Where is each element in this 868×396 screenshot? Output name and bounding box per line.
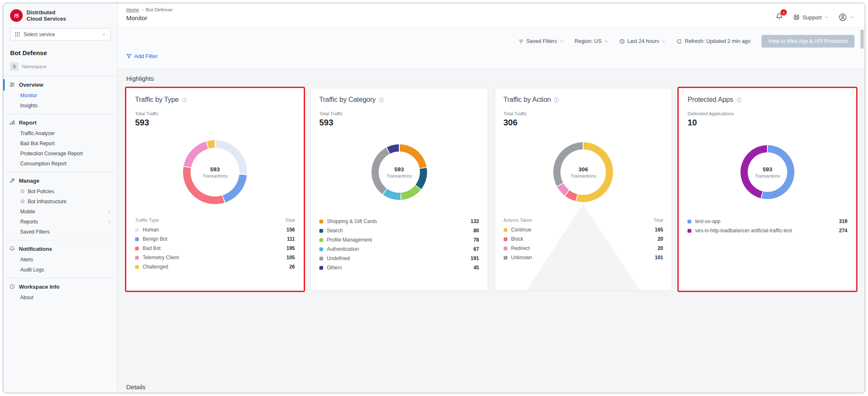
section-label: Notifications <box>19 246 52 252</box>
time-range-dropdown[interactable]: Last 24 hours <box>619 38 666 44</box>
legend-label: Challenged <box>143 264 285 270</box>
legend-item[interactable]: Bad Bot195 <box>135 244 295 253</box>
info-icon[interactable] <box>182 97 187 103</box>
legend-item[interactable]: Others45 <box>319 263 479 272</box>
sidebar-section-overview[interactable]: Overview <box>3 79 117 90</box>
legend-item[interactable]: Redirect20 <box>504 244 664 253</box>
sidebar-item-bot-policies[interactable]: Bot Policies <box>3 186 117 197</box>
legend-swatch <box>319 257 323 260</box>
donut-chart[interactable]: 306 Transactions <box>553 142 613 202</box>
sidebar-section-manage[interactable]: Manage <box>3 175 117 186</box>
legend-value: 67 <box>473 246 479 252</box>
legend-label: Human <box>143 227 282 233</box>
breadcrumb-current: Bot Defense <box>146 7 173 12</box>
legend-value: 101 <box>655 255 663 260</box>
brand-logo[interactable]: f5 Distributed Cloud Services <box>3 3 117 27</box>
view-in-waap-button[interactable]: View In Web App & API Protection <box>762 35 855 48</box>
scrollbar[interactable] <box>860 29 864 390</box>
brand-line1: Distributed <box>27 9 66 16</box>
donut-center: 593 Transactions <box>748 152 787 192</box>
card-traffic-by-action: Traffic by Action Total Traffic 306 306 <box>495 88 672 291</box>
info-icon[interactable] <box>736 97 742 103</box>
time-range-label: Last 24 hours <box>627 38 659 44</box>
refresh-label: Refresh: Updated 2 min ago <box>685 38 750 44</box>
sidebar-section-notifications[interactable]: Notifications <box>3 243 117 255</box>
legend-item[interactable]: Unknown101 <box>504 253 664 262</box>
legend-item[interactable]: Challenged26 <box>135 262 295 271</box>
sidebar-section-report[interactable]: Report <box>3 117 117 128</box>
legend-item[interactable]: Authentication67 <box>319 245 479 254</box>
app-window: f5 Distributed Cloud Services Select ser… <box>3 3 865 393</box>
legend-item[interactable]: test-us-app319 <box>687 217 847 226</box>
sidebar-item-mobile[interactable]: Mobile <box>3 207 117 217</box>
bell-icon <box>9 246 15 252</box>
legend-item[interactable]: Profile Management78 <box>319 235 479 245</box>
saved-filters-dropdown[interactable]: Saved Filters <box>518 38 564 44</box>
sidebar-item-audit-logs[interactable]: Audit Logs <box>3 265 117 275</box>
sidebar-item-about[interactable]: About <box>3 292 117 303</box>
legend-item[interactable]: Search80 <box>319 226 479 235</box>
legend-swatch <box>135 237 139 241</box>
refresh-button[interactable]: Refresh: Updated 2 min ago <box>677 38 750 44</box>
main-area: Home › Bot Defense Monitor 1 <box>118 3 865 393</box>
legend-item[interactable]: Human156 <box>135 225 295 234</box>
toolbar: Saved Filters Region: US Last 24 hours <box>118 28 865 69</box>
legend-item[interactable]: Block20 <box>504 234 664 244</box>
highlights-cards: Traffic by Type Total Traffic 593 593 <box>126 88 856 291</box>
donut-chart[interactable]: 593 Transactions <box>741 145 794 199</box>
sidebar-item-traffic-analyzer[interactable]: Traffic Analyzer <box>3 128 117 138</box>
sidebar-item-protection-coverage-report[interactable]: Protection Coverage Report <box>3 149 117 159</box>
breadcrumb-home-link[interactable]: Home <box>126 7 139 12</box>
stat-label: Total Traffic <box>319 111 479 116</box>
account-menu[interactable] <box>839 13 854 21</box>
sidebar-item-monitor[interactable]: Monitor <box>3 90 117 101</box>
sidebar-item-alerts[interactable]: Alerts <box>3 255 117 265</box>
donut-center-value: 593 <box>763 166 772 173</box>
nav-item-label: Traffic Analyzer <box>20 130 55 136</box>
sidebar-item-saved-filters[interactable]: Saved Filters <box>3 227 117 237</box>
donut-chart[interactable]: 593 Transactions <box>372 144 427 200</box>
section-label: Overview <box>19 82 43 88</box>
sidebar-section-workspace-info[interactable]: Workspace Info <box>3 281 117 292</box>
legend-item[interactable]: Benign Bot111 <box>135 234 295 244</box>
notifications-button[interactable]: 1 <box>775 13 783 22</box>
info-icon[interactable] <box>379 97 384 103</box>
sidebar-item-bad-bot-report[interactable]: Bad Bot Report <box>3 138 117 149</box>
add-filter-button[interactable]: Add Filter <box>126 53 158 59</box>
legend-swatch <box>319 266 323 270</box>
service-title: Bot Defense <box>10 49 111 56</box>
target-icon <box>20 189 25 194</box>
nav-item-label: Consumption Report <box>20 161 66 167</box>
page-header: Home › Bot Defense Monitor 1 <box>118 3 865 28</box>
nav-item-label: About <box>20 295 33 300</box>
legend-item[interactable]: Continue165 <box>504 225 664 234</box>
legend-item[interactable]: Shopping & Gift Cards132 <box>319 217 479 226</box>
donut-chart[interactable]: 593 Transactions <box>183 140 247 204</box>
legend-item[interactable]: Undefined191 <box>319 254 479 263</box>
f5-logo-icon: f5 <box>10 9 23 22</box>
legend-label: Unknown <box>511 255 651 260</box>
card-title: Traffic by Type <box>135 96 179 104</box>
legend-item[interactable]: Telemetry Client105 <box>135 253 295 262</box>
legend-item[interactable]: ves-io-http-loadbalancer-artificial-traf… <box>687 226 847 235</box>
grid-icon <box>15 32 20 37</box>
legend-value: 105 <box>287 255 295 260</box>
info-icon[interactable] <box>554 97 559 103</box>
sidebar-item-consumption-report[interactable]: Consumption Report <box>3 159 117 169</box>
scrollbar-thumb[interactable] <box>860 29 864 49</box>
sidebar-item-bot-infrastructure[interactable]: Bot Infrastructure <box>3 197 117 207</box>
sidebar-item-insights[interactable]: Insights <box>3 101 117 111</box>
support-menu[interactable]: Support <box>793 14 828 21</box>
legend-value: 26 <box>289 264 295 270</box>
legend-label: test-us-app <box>695 218 835 224</box>
legend-value: 20 <box>658 236 663 242</box>
region-dropdown[interactable]: Region: US <box>575 38 608 44</box>
stat-label: Total Traffic <box>504 111 664 116</box>
nav-item-label: Bot Policies <box>28 189 54 194</box>
select-service-dropdown[interactable]: Select service <box>10 28 111 41</box>
card-traffic-by-category-wrap: Traffic by Category Total Traffic 593 59… <box>311 88 488 291</box>
nav-item-label: Insights <box>20 103 37 109</box>
namespace-selector[interactable]: S Namespace <box>10 62 111 71</box>
sidebar-item-reports[interactable]: Reports <box>3 217 117 227</box>
legend-value: 78 <box>473 237 479 243</box>
